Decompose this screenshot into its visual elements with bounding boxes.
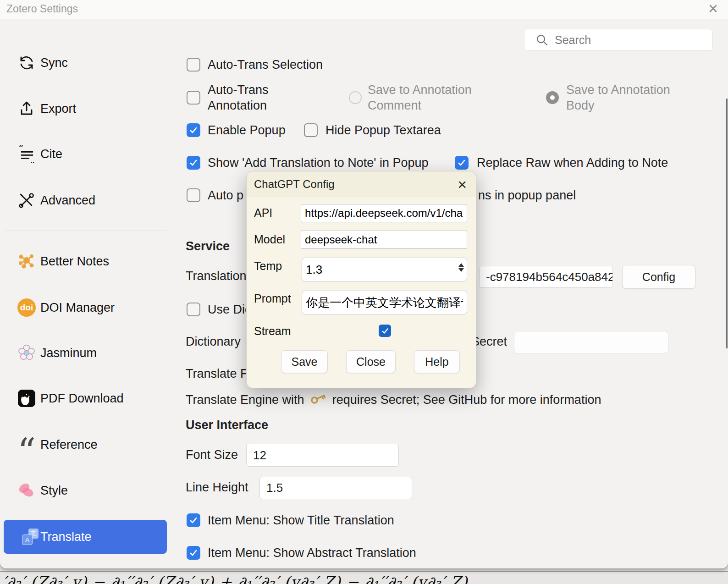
sidebar-item-cite[interactable]: “ „ Cite — [0, 138, 171, 171]
check-icon — [189, 548, 198, 557]
checkbox-show-add-translation[interactable] — [187, 156, 200, 170]
flower-icon — [17, 344, 36, 362]
checkbox-item-menu-abstract[interactable] — [187, 546, 200, 560]
check-icon — [381, 327, 389, 335]
save-button[interactable]: Save — [281, 350, 328, 373]
search-input[interactable]: Search — [524, 29, 712, 51]
radio-save-to-annotation-comment[interactable] — [349, 91, 362, 104]
label-replace-raw: Replace Raw when Adding to Note — [477, 155, 668, 171]
sidebar-label: Jasminum — [40, 346, 97, 360]
sidebar-item-advanced[interactable]: Advanced — [0, 184, 171, 217]
check-icon — [189, 516, 198, 525]
engine-note-suffix: requires Secret; See GitHub for more inf… — [332, 393, 601, 407]
spinner-up-icon[interactable] — [458, 263, 464, 267]
sidebar-item-sync[interactable]: Sync — [0, 46, 171, 79]
penguin-icon — [17, 389, 36, 408]
checkbox-hide-popup-textarea[interactable] — [304, 123, 318, 137]
sidebar-divider — [4, 231, 167, 231]
engine-note-prefix: Translate Engine with — [186, 393, 304, 407]
label-hide-popup-textarea: Hide Popup Textarea — [325, 122, 441, 138]
svg-text:“: “ — [18, 145, 23, 154]
prompt-input[interactable] — [302, 291, 467, 314]
label-model: Model — [254, 233, 285, 246]
label-save-to-annotation-body: Save to Annotation Body — [566, 82, 695, 113]
label-translate-f: Translate F — [186, 366, 248, 381]
sidebar-item-export[interactable]: Export — [0, 92, 171, 125]
radio-save-to-annotation-body[interactable] — [546, 91, 559, 104]
sidebar-label: Translate — [40, 530, 92, 544]
check-icon — [457, 158, 466, 167]
check-icon — [189, 158, 198, 167]
screen: ′∂₂′ (Z∂₃′ y) − ∂₁′′∂₂′ (Z∂₃′ y) + ∂₁′′∂… — [0, 0, 728, 584]
sidebar-label: Cite — [40, 147, 62, 161]
sidebar-item-better-notes[interactable]: Better Notes — [0, 245, 171, 278]
cite-icon: “ „ — [17, 145, 36, 163]
checkbox-enable-popup[interactable] — [187, 123, 200, 137]
label-enable-popup: Enable Popup — [208, 122, 286, 138]
label-save-to-annotation-comment: Save to Annotation Comment — [368, 82, 496, 113]
quote-icon: “ — [17, 435, 36, 454]
sidebar-item-jasminum[interactable]: Jasminum — [0, 336, 171, 369]
sidebar-item-pdf-download[interactable]: PDF Download — [0, 382, 171, 415]
scrollbar-thumb[interactable] — [726, 99, 728, 348]
sync-icon — [17, 54, 36, 72]
label-stream: Stream — [254, 325, 291, 338]
checkbox-auto-trans-selection[interactable] — [187, 58, 200, 72]
sidebar-label: Sync — [40, 56, 68, 70]
sidebar-label: Better Notes — [40, 254, 109, 269]
translate-icon: 文 A — [21, 528, 39, 546]
sidebar-item-translate-selected[interactable]: 文 A Translate — [4, 520, 167, 554]
translation-secret-input[interactable]: -c978194b564c450a8426 — [479, 266, 613, 288]
engine-note: Translate Engine with requires Secret; S… — [186, 392, 601, 408]
better-notes-icon — [17, 252, 36, 270]
checkbox-use-dict[interactable] — [187, 303, 200, 316]
key-icon — [310, 393, 326, 406]
background-formula: ′∂₂′ (Z∂₃′ y) − ∂₁′′∂₂′ (Z∂₃′ y) + ∂₁′′∂… — [3, 573, 468, 584]
label-prompt: Prompt — [254, 292, 291, 305]
label-temp: Temp — [254, 259, 282, 273]
label-item-menu-abstract: Item Menu: Show Abstract Translation — [208, 545, 416, 561]
dialog-close-icon[interactable]: × — [458, 172, 467, 196]
label-api: API — [254, 206, 272, 220]
font-size-input[interactable] — [246, 444, 399, 467]
label-show-add-translation: Show 'Add Translation to Note' in Popup — [208, 155, 429, 171]
help-button[interactable]: Help — [414, 350, 460, 373]
checkbox-auto-trans-annotation[interactable] — [187, 91, 200, 105]
sidebar-label: Export — [40, 102, 76, 116]
doi-icon: doi — [17, 298, 36, 317]
dictionary-secret-input[interactable] — [514, 331, 668, 353]
model-input[interactable] — [301, 231, 467, 249]
checkbox-stream[interactable] — [379, 325, 391, 337]
checkbox-item-menu-title[interactable] — [187, 513, 200, 527]
sidebar-item-doi-manager[interactable]: doi DOI Manager — [0, 291, 171, 324]
checkbox-auto-popup[interactable] — [187, 188, 200, 202]
chatgpt-config-dialog: ChatGPT Config × API Model Temp Prompt S… — [246, 171, 476, 388]
sidebar-label: Style — [40, 484, 68, 498]
close-button[interactable]: Close — [346, 350, 396, 373]
svg-text:„: „ — [30, 154, 35, 163]
api-input[interactable] — [301, 204, 467, 222]
label-auto-trans-selection: Auto-Trans Selection — [208, 57, 323, 72]
label-secret: Secret — [471, 334, 507, 349]
label-auto-popup-end: ns in popup panel — [478, 187, 576, 203]
tools-icon — [17, 191, 36, 209]
user-interface-heading: User Interface — [186, 418, 268, 432]
config-button[interactable]: Config — [622, 265, 695, 289]
sidebar-label: Reference — [40, 438, 98, 452]
line-height-input[interactable] — [259, 477, 412, 499]
dialog-title: ChatGPT Config — [254, 178, 335, 191]
sidebar-item-style[interactable]: Style — [0, 474, 171, 507]
label-font-size: Font Size — [186, 447, 238, 463]
temp-input[interactable] — [302, 258, 467, 281]
temp-spinner[interactable] — [458, 263, 465, 272]
window-title: Zotero Settings — [6, 3, 78, 15]
checkbox-replace-raw[interactable] — [455, 156, 469, 170]
petals-icon — [17, 481, 36, 500]
service-heading: Service — [186, 239, 230, 253]
sidebar-item-reference[interactable]: “ Reference — [0, 428, 171, 461]
label-dictionary: Dictionary — [186, 334, 241, 349]
spinner-down-icon[interactable] — [458, 268, 464, 272]
export-icon — [17, 99, 36, 118]
window-close-icon[interactable]: × — [708, 0, 718, 18]
search-placeholder: Search — [555, 33, 591, 47]
